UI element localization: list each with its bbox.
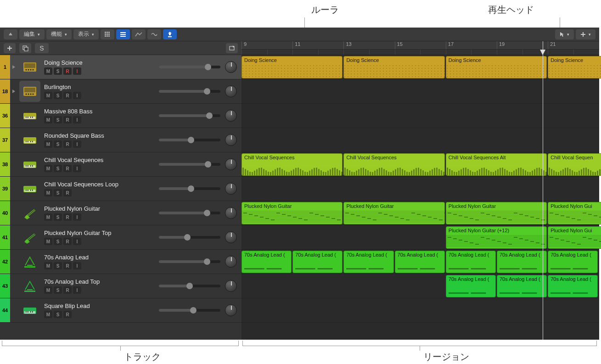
add-track-button[interactable] — [4, 43, 16, 53]
track-expand-button[interactable] — [10, 177, 17, 201]
track-row[interactable]: 44Square Blip LeadMSR — [0, 298, 242, 323]
volume-slider[interactable] — [159, 139, 220, 141]
track-expand-button[interactable] — [10, 225, 17, 249]
volume-slider[interactable] — [159, 236, 220, 239]
volume-slider[interactable] — [159, 66, 220, 68]
track-m-button[interactable]: M — [44, 140, 52, 148]
track-i-button[interactable]: I — [73, 286, 81, 294]
region[interactable]: 70s Analog Lead ( — [292, 251, 343, 273]
region-row[interactable]: 70s Analog Lead (70s Analog Lead (70s An… — [242, 250, 599, 274]
pan-knob[interactable] — [225, 256, 237, 268]
track-row[interactable]: 4270s Analog LeadMSRI — [0, 250, 242, 274]
track-name[interactable]: Plucked Nylon Guitar — [44, 205, 159, 212]
pan-knob[interactable] — [225, 85, 237, 97]
region[interactable]: Doing Science — [343, 56, 444, 78]
track-r-button[interactable]: R — [63, 189, 72, 196]
track-instrument-icon[interactable] — [19, 81, 40, 102]
track-expand-button[interactable] — [10, 128, 17, 152]
pointer-tool[interactable]: ▾ — [555, 29, 574, 39]
region[interactable]: 70s Analog Lead ( — [446, 251, 496, 273]
track-row[interactable]: 18BurlingtonMSRI — [0, 79, 242, 104]
region-row[interactable] — [242, 79, 599, 104]
track-i-button[interactable]: I — [73, 116, 81, 123]
track-i-button[interactable]: I — [73, 165, 81, 172]
region-row[interactable]: Chill Vocal SequencesChill Vocal Sequenc… — [242, 152, 599, 177]
region[interactable]: Doing Science — [242, 56, 343, 78]
track-instrument-icon[interactable] — [19, 251, 40, 272]
flex-button[interactable] — [147, 29, 161, 39]
track-name[interactable]: Burlington — [44, 84, 159, 90]
region[interactable]: Chill Vocal Sequences Alt — [446, 153, 547, 176]
track-instrument-icon[interactable] — [19, 202, 40, 224]
pan-knob[interactable] — [225, 183, 237, 195]
region[interactable]: 70s Analog Lead ( — [497, 275, 547, 297]
track-row[interactable]: 41Plucked Nylon Guitar TopMSRI — [0, 225, 242, 250]
track-name[interactable]: Chill Vocal Sequences — [44, 157, 159, 163]
ruler[interactable]: 9111315171921 — [242, 41, 599, 50]
region[interactable]: Plucked Nylon Guitar — [343, 202, 444, 224]
track-row[interactable]: 40Plucked Nylon GuitarMSRI — [0, 201, 242, 225]
region[interactable]: Plucked Nylon Gui — [548, 226, 601, 249]
pan-knob[interactable] — [225, 158, 237, 170]
track-instrument-icon[interactable] — [19, 275, 40, 297]
track-row[interactable]: 38Chill Vocal SequencesMSRI — [0, 152, 242, 177]
track-instrument-icon[interactable] — [19, 56, 40, 78]
volume-slider[interactable] — [159, 309, 220, 312]
region-row[interactable]: Plucked Nylon Guitar (+12)Plucked Nylon … — [242, 225, 599, 250]
pan-knob[interactable] — [225, 61, 237, 73]
region-row[interactable]: 70s Analog Lead (70s Analog Lead (70s An… — [242, 274, 599, 298]
region-row[interactable]: Doing ScienceDoing ScienceDoing ScienceD… — [242, 55, 599, 79]
track-row[interactable]: 1Doing ScienceMSRI — [0, 55, 242, 79]
track-instrument-icon[interactable] — [19, 105, 40, 126]
track-name[interactable]: Square Blip Lead — [44, 302, 159, 309]
track-s-button[interactable]: S — [54, 189, 62, 196]
region-row[interactable] — [242, 104, 599, 128]
track-expand-button[interactable] — [10, 79, 17, 103]
pan-knob[interactable] — [225, 110, 237, 122]
region[interactable]: 70s Analog Lead ( — [395, 251, 445, 273]
track-expand-button[interactable] — [10, 152, 17, 176]
track-i-button[interactable]: I — [73, 262, 81, 269]
track-m-button[interactable]: M — [44, 189, 52, 196]
track-r-button[interactable]: R — [63, 92, 72, 99]
track-m-button[interactable]: M — [44, 67, 52, 75]
region-row[interactable] — [242, 298, 599, 323]
region[interactable]: Plucked Nylon Gui — [548, 202, 601, 224]
region[interactable]: Plucked Nylon Guitar (+12) — [446, 226, 547, 249]
region[interactable]: Doing Science — [446, 56, 547, 78]
region-row[interactable] — [242, 177, 599, 201]
track-m-button[interactable]: M — [44, 165, 52, 172]
volume-slider[interactable] — [159, 163, 220, 166]
view-menu[interactable]: 表示▾ — [73, 29, 99, 39]
track-row[interactable]: 39Chill Vocal Sequences LoopMSR — [0, 177, 242, 201]
track-s-button[interactable]: S — [54, 140, 62, 148]
volume-slider[interactable] — [159, 285, 220, 287]
ruler-sub[interactable] — [242, 50, 599, 55]
track-instrument-icon[interactable] — [19, 300, 40, 321]
track-m-button[interactable]: M — [44, 92, 52, 99]
automation-button[interactable] — [132, 29, 146, 39]
track-i-button[interactable]: I — [73, 213, 81, 221]
region[interactable]: Doing Science — [548, 56, 601, 78]
volume-slider[interactable] — [159, 212, 220, 214]
track-s-button[interactable]: S — [54, 67, 62, 75]
pan-knob[interactable] — [225, 304, 237, 316]
track-s-button[interactable]: S — [54, 286, 62, 294]
track-expand-button[interactable] — [10, 274, 17, 298]
track-r-button[interactable]: R — [63, 311, 72, 318]
region[interactable]: Plucked Nylon Guitar — [446, 202, 547, 224]
track-name[interactable]: Chill Vocal Sequences Loop — [44, 181, 159, 188]
track-m-button[interactable]: M — [44, 116, 52, 123]
edit-menu[interactable]: 編集▾ — [19, 29, 45, 39]
list-view-button[interactable] — [116, 29, 130, 39]
track-r-button[interactable]: R — [63, 116, 72, 123]
functions-menu[interactable]: 機能▾ — [46, 29, 72, 39]
track-row[interactable]: 36Massive 808 BassMSRI — [0, 104, 242, 128]
up-arrow-button[interactable] — [4, 29, 17, 39]
track-name[interactable]: Rounded Square Bass — [44, 132, 159, 139]
track-expand-button[interactable] — [10, 298, 17, 322]
track-i-button[interactable]: I — [73, 238, 81, 245]
track-s-button[interactable]: S — [54, 311, 62, 318]
track-m-button[interactable]: M — [44, 262, 52, 269]
track-r-button[interactable]: R — [63, 238, 72, 245]
